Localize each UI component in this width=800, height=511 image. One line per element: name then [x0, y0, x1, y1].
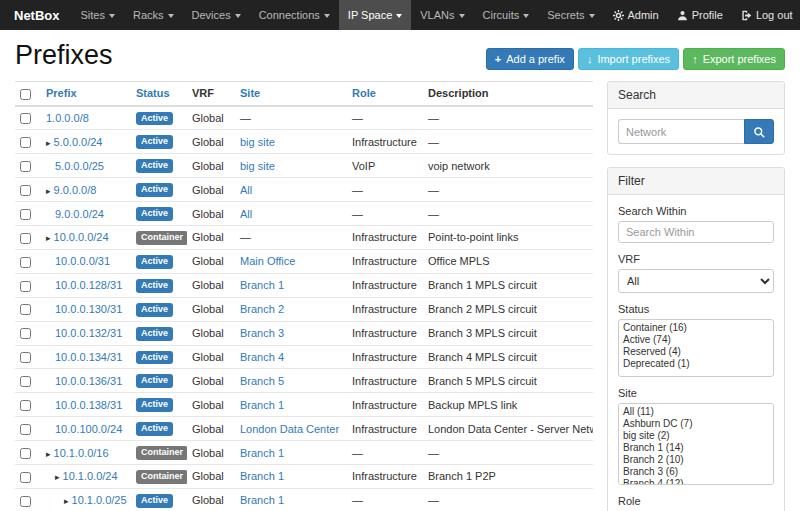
- prefix-link[interactable]: 10.0.0.136/31: [55, 375, 122, 387]
- filter-option[interactable]: big site (2): [621, 430, 771, 442]
- prefix-link[interactable]: 10.0.0.0/24: [54, 231, 109, 243]
- row-checkbox[interactable]: [20, 185, 31, 196]
- row-checkbox[interactable]: [20, 376, 31, 387]
- brand-logo[interactable]: NetBox: [8, 0, 72, 30]
- filter-option[interactable]: Ashburn DC (7): [621, 418, 771, 430]
- row-checkbox[interactable]: [20, 257, 31, 268]
- row-checkbox[interactable]: [20, 352, 31, 363]
- prefix-link[interactable]: 5.0.0.0/25: [55, 160, 104, 172]
- prefix-link[interactable]: 10.0.0.138/31: [55, 399, 122, 411]
- search-within-input[interactable]: [618, 221, 774, 243]
- filter-option[interactable]: Reserved (4): [621, 346, 771, 358]
- site-link[interactable]: Branch 4: [240, 351, 284, 363]
- nav-item-devices[interactable]: Devices: [183, 0, 250, 30]
- prefix-link[interactable]: 1.0.0.0/8: [46, 112, 89, 124]
- prefix-link[interactable]: 10.1.0.0/25: [72, 494, 127, 506]
- site-link[interactable]: Branch 2: [240, 303, 284, 315]
- site-link[interactable]: Branch 1: [240, 494, 284, 506]
- nav-item-admin[interactable]: Admin: [604, 0, 668, 30]
- row-checkbox[interactable]: [20, 161, 31, 172]
- nav-item-racks[interactable]: Racks: [124, 0, 183, 30]
- search-input[interactable]: [618, 119, 744, 144]
- filter-option[interactable]: Container (16): [621, 322, 771, 334]
- prefix-link[interactable]: 10.0.0.132/31: [55, 327, 122, 339]
- row-checkbox[interactable]: [20, 233, 31, 244]
- export-prefixes-button[interactable]: ↑ Export prefixes: [683, 48, 785, 70]
- prefix-link[interactable]: 10.0.0.130/31: [55, 303, 122, 315]
- prefix-link[interactable]: 9.0.0.0/24: [55, 208, 104, 220]
- prefix-link[interactable]: 10.0.100.0/24: [55, 423, 122, 435]
- row-checkbox[interactable]: [20, 448, 31, 459]
- chevron-down-icon: [109, 14, 115, 18]
- row-checkbox[interactable]: [20, 113, 31, 124]
- row-checkbox[interactable]: [20, 137, 31, 148]
- prefix-link[interactable]: 10.1.0.0/24: [63, 470, 118, 482]
- site-link[interactable]: Branch 1: [240, 279, 284, 291]
- expand-arrow-icon[interactable]: ▸: [46, 449, 51, 459]
- site-link[interactable]: Branch 1: [240, 447, 284, 459]
- row-checkbox[interactable]: [20, 496, 31, 507]
- nav-item-secrets[interactable]: Secrets: [538, 0, 603, 30]
- filter-site-select[interactable]: All (11)Ashburn DC (7)big site (2)Branch…: [618, 403, 774, 485]
- column-header-prefix[interactable]: Prefix: [46, 87, 77, 99]
- vrf-cell: Global: [187, 488, 235, 511]
- filter-option[interactable]: Branch 1 (14): [621, 442, 771, 454]
- search-button[interactable]: [744, 119, 774, 144]
- prefix-link[interactable]: 10.0.0.0/31: [55, 255, 110, 267]
- expand-arrow-icon[interactable]: ▸: [55, 472, 60, 482]
- status-badge: Container: [136, 470, 187, 484]
- site-link[interactable]: Branch 3: [240, 327, 284, 339]
- row-checkbox[interactable]: [20, 304, 31, 315]
- nav-item-logout[interactable]: Log out: [732, 0, 800, 30]
- prefix-link[interactable]: 10.0.0.134/31: [55, 351, 122, 363]
- row-checkbox[interactable]: [20, 209, 31, 220]
- row-checkbox[interactable]: [20, 328, 31, 339]
- filter-option[interactable]: Active (74): [621, 334, 771, 346]
- site-link[interactable]: Branch 5: [240, 375, 284, 387]
- column-header-site[interactable]: Site: [240, 87, 260, 99]
- nav-item-ip-space[interactable]: IP Space: [339, 0, 411, 30]
- expand-arrow-icon[interactable]: ▸: [46, 186, 51, 196]
- filter-option[interactable]: All (11): [621, 406, 771, 418]
- site-cell: big site: [235, 130, 347, 154]
- site-link[interactable]: London Data Center: [240, 423, 339, 435]
- site-link[interactable]: Branch 1: [240, 470, 284, 482]
- import-prefixes-button[interactable]: ↓ Import prefixes: [578, 48, 679, 70]
- prefix-link[interactable]: 10.1.0.0/16: [54, 447, 109, 459]
- nav-item-profile[interactable]: Profile: [668, 0, 732, 30]
- prefix-cell: 10.0.0.0/31: [41, 249, 131, 273]
- nav-item-vlans[interactable]: VLANs: [411, 0, 473, 30]
- expand-arrow-icon[interactable]: ▸: [46, 233, 51, 243]
- site-cell: —: [235, 106, 347, 130]
- site-link[interactable]: big site: [240, 160, 275, 172]
- prefix-link[interactable]: 10.0.0.128/31: [55, 279, 122, 291]
- filter-option[interactable]: Branch 4 (12): [621, 478, 771, 485]
- site-link[interactable]: All: [240, 184, 252, 196]
- row-checkbox[interactable]: [20, 472, 31, 483]
- role-cell: Infrastructure: [347, 345, 423, 369]
- site-link[interactable]: Main Office: [240, 255, 295, 267]
- row-checkbox[interactable]: [20, 400, 31, 411]
- site-cell: big site: [235, 154, 347, 178]
- row-checkbox[interactable]: [20, 281, 31, 292]
- expand-arrow-icon[interactable]: ▸: [46, 138, 51, 148]
- row-checkbox[interactable]: [20, 424, 31, 435]
- nav-item-circuits[interactable]: Circuits: [474, 0, 539, 30]
- prefix-link[interactable]: 5.0.0.0/24: [54, 136, 103, 148]
- filter-option[interactable]: Branch 3 (6): [621, 466, 771, 478]
- column-header-role[interactable]: Role: [352, 87, 376, 99]
- nav-item-sites[interactable]: Sites: [72, 0, 124, 30]
- expand-arrow-icon[interactable]: ▸: [64, 496, 69, 506]
- site-link[interactable]: All: [240, 208, 252, 220]
- prefix-link[interactable]: 9.0.0.0/8: [54, 184, 97, 196]
- filter-option[interactable]: Deprecated (1): [621, 358, 771, 370]
- select-all-checkbox[interactable]: [20, 89, 31, 100]
- site-link[interactable]: big site: [240, 136, 275, 148]
- filter-status-select[interactable]: Container (16)Active (74)Reserved (4)Dep…: [618, 319, 774, 377]
- column-header-status[interactable]: Status: [136, 87, 170, 99]
- add-prefix-button[interactable]: + Add a prefix: [486, 48, 574, 70]
- filter-option[interactable]: Branch 2 (10): [621, 454, 771, 466]
- vrf-select[interactable]: All: [618, 269, 774, 293]
- nav-item-connections[interactable]: Connections: [250, 0, 339, 30]
- site-link[interactable]: Branch 1: [240, 399, 284, 411]
